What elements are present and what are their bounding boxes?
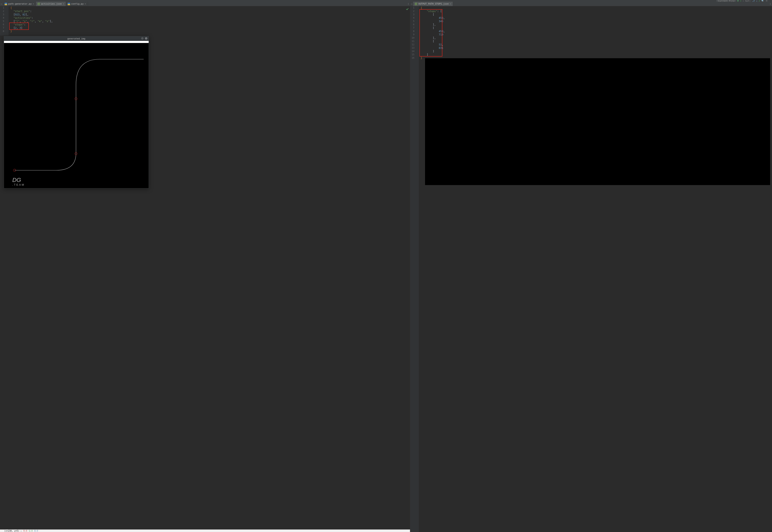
pixel-g: G:0 [29,530,33,532]
svg-rect-1 [5,4,7,5]
close-icon[interactable]: × [450,3,451,5]
window-titlebar[interactable]: generated_img [4,36,149,41]
tab-label: activities.json [41,3,62,5]
right-tabs: — {} OUTPUT_PATH_STOPS.json × ⁞ [410,2,772,6]
pixel-b: B:0 [34,530,38,532]
tab-overflow-icon[interactable]: ⁞ [769,3,772,5]
tab-overflow-icon[interactable]: ⁞ [407,3,410,5]
tab-output-path-stops[interactable]: {} OUTPUT_PATH_STOPS.json × [413,2,453,6]
json-file-icon: {} [38,3,40,5]
tab-label: config.py [71,3,84,5]
tab-toggle-icon[interactable]: — [410,3,413,5]
tab-label: OUTPUT_PATH_STOPS.json [419,3,449,5]
tab-config-py[interactable]: config.py × [66,2,88,6]
close-icon[interactable]: × [63,3,64,5]
main-toolbar: Current File ✶ ⋯ Git: ⎇ ↓ ✔ 🔍 ⯑ [0,0,772,2]
inspections-ok-icon[interactable] [406,8,409,10]
python-file-icon [68,3,70,5]
svg-text:{}: {} [415,3,417,5]
json-file-icon: {} [415,3,417,5]
minimize-icon[interactable] [141,37,144,40]
run-icon[interactable] [738,0,739,2]
close-icon[interactable] [145,37,147,40]
pixel-coord: (x=230, y=5) – [4,530,22,532]
close-icon[interactable]: × [33,3,34,5]
svg-rect-5 [68,4,70,5]
generated-img-canvas: DG .TEAM [4,41,149,188]
tab-label: path-generator.py [8,3,32,5]
tab-path-generator[interactable]: path-generator.py × [3,2,36,6]
image-statusbar: (x=230, y=5) – R:0 G:0 B:0 [0,529,410,532]
right-preview-panel [425,58,770,185]
svg-text:{}: {} [38,3,40,5]
window-title: generated_img [67,37,85,40]
close-icon[interactable]: × [85,3,86,5]
pixel-r: R:0 [23,530,27,532]
python-file-icon [5,3,7,5]
left-editor[interactable]: 12345678 { "start_pos": [923, 82], "acti… [0,6,410,35]
left-tabs: — path-generator.py × {} activities.json… [0,2,410,6]
tab-toggle-icon[interactable]: — [0,3,3,5]
tab-activities-json[interactable]: {} activities.json × [36,2,66,6]
generated-img-window[interactable]: generated_img [4,36,149,188]
